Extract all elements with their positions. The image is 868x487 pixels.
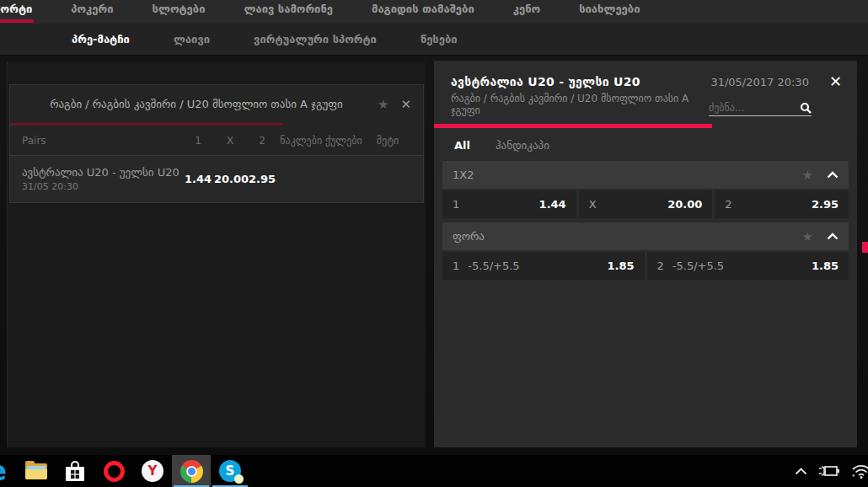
subnav-item-rules[interactable]: წესები xyxy=(421,33,458,45)
odds-x[interactable]: 20.00 xyxy=(214,173,246,185)
outcome-param: -5.5/+5.5 xyxy=(672,260,724,272)
favorite-star-icon[interactable]: ★ xyxy=(802,229,813,244)
outcome-1-handicap[interactable]: 1 -5.5/+5.5 1.85 xyxy=(442,252,645,280)
microsoft-store-icon xyxy=(65,460,85,483)
outcome-odds: 2.95 xyxy=(812,198,839,211)
column-under: ნაკლები ქულები xyxy=(278,135,364,147)
outcome-2-handicap[interactable]: 2 -5.5/+5.5 1.85 xyxy=(647,252,849,280)
hidden-icons-chevron-icon[interactable] xyxy=(795,468,807,475)
nav-item-label: სპორტი xyxy=(0,3,32,15)
skype-status-dot xyxy=(234,474,244,484)
match-panel: ავსტრალია U20 - უელსი U20 31/05/2017 20:… xyxy=(434,61,857,447)
subnav-item-label: ვირტუალური სპორტი xyxy=(254,33,377,45)
column-pairs: Pairs xyxy=(22,135,182,147)
nav-item-poker[interactable]: პოკერი xyxy=(71,2,113,24)
odds-1[interactable]: 1.44 xyxy=(182,173,214,185)
taskbar-microsoft-store-icon[interactable] xyxy=(56,455,94,487)
outcome-odds: 1.85 xyxy=(812,260,839,272)
market-search xyxy=(709,102,812,116)
nav-item-keno[interactable]: კენო xyxy=(513,2,540,24)
match-datetime: 31/05/2017 20:30 xyxy=(710,76,809,88)
odds-2[interactable]: 2.95 xyxy=(246,173,278,185)
taskbar-chrome-icon[interactable] xyxy=(172,455,211,487)
close-icon[interactable]: ✕ xyxy=(400,97,411,112)
nav-item-label: სიახლეები xyxy=(579,3,640,15)
top-nav: სპორტი პოკერი სლოტები ლაივ სამორინე მაგი… xyxy=(0,0,868,24)
content-area: რაგბი / რაგბის კავშირი / U20 მსოფლიო თას… xyxy=(0,56,868,455)
match-league-breadcrumb: რაგბი / რაგბის კავშირი / U20 მსოფლიო თას… xyxy=(451,93,709,116)
subnav-item-virtual-sport[interactable]: ვირტუალური სპორტი xyxy=(254,33,377,45)
match-panel-subheader: რაგბი / რაგბის კავშირი / U20 მსოფლიო თას… xyxy=(434,89,857,116)
nav-item-slots[interactable]: სლოტები xyxy=(153,2,206,24)
taskbar: e Y S xyxy=(0,455,868,487)
file-explorer-icon xyxy=(25,463,47,479)
opera-icon xyxy=(104,461,125,482)
outcome-2[interactable]: 2 2.95 xyxy=(715,190,849,218)
taskbar-edge-icon[interactable]: e xyxy=(0,455,17,487)
yandex-browser-icon: Y xyxy=(142,460,163,482)
tab-handicap[interactable]: ჰანდიკაპი xyxy=(496,139,549,152)
outcome-x[interactable]: X 20.00 xyxy=(579,190,713,218)
column-2: 2 xyxy=(246,135,278,147)
market-outcomes: 1 -5.5/+5.5 1.85 2 -5.5/+5.5 1.85 xyxy=(442,252,849,280)
taskbar-opera-icon[interactable] xyxy=(94,455,133,487)
nav-item-table-games[interactable]: მაგიდის თამაშები xyxy=(372,2,474,24)
match-title: ავსტრალია U20 - უელსი U20 xyxy=(451,75,640,88)
match-info: ავსტრალია U20 - უელსი U20 31/05 20:30 xyxy=(22,166,182,192)
market-header[interactable]: ფორა ★ xyxy=(442,222,849,250)
outcome-1[interactable]: 1 1.44 xyxy=(442,190,576,218)
taskbar-file-explorer-icon[interactable] xyxy=(17,455,56,487)
screen: სპორტი პოკერი სლოტები ლაივ სამორინე მაგი… xyxy=(0,0,868,487)
favorite-star-icon[interactable]: ★ xyxy=(802,168,813,183)
taskbar-yandex-icon[interactable]: Y xyxy=(133,455,172,487)
market-outcomes: 1 1.44 X 20.00 2 2.95 xyxy=(442,190,849,218)
market-name: ფორა xyxy=(453,230,485,243)
match-date: 31/05 20:30 xyxy=(22,181,182,192)
nav-item-live-casino[interactable]: ლაივ სამორინე xyxy=(244,2,333,24)
outcome-odds: 1.85 xyxy=(607,260,634,272)
outcome-label: X xyxy=(589,198,597,211)
league-header: რაგბი / რაგბის კავშირი / U20 მსოფლიო თას… xyxy=(10,85,423,123)
outcome-label: 2 xyxy=(657,260,664,272)
subnav-item-label: წესები xyxy=(421,33,458,45)
chevron-up-icon[interactable] xyxy=(827,171,839,179)
edge-icon: e xyxy=(0,460,7,482)
search-icon[interactable] xyxy=(800,102,812,114)
league-box: რაგბი / რაგბის კავშირი / U20 მსოფლიო თას… xyxy=(9,84,424,203)
battery-charging-icon[interactable] xyxy=(818,464,840,478)
market-1x2: 1X2 ★ 1 1.44 X 20.00 2 2.95 xyxy=(442,161,849,218)
match-teams: ავსტრალია U20 - უელსი U20 xyxy=(22,166,182,179)
nav-item-label: მაგიდის თამაშები xyxy=(372,3,474,15)
favorite-star-icon[interactable]: ★ xyxy=(378,97,388,112)
pairs-table-header: Pairs 1 X 2 ნაკლები ქულები მეტი xyxy=(10,126,423,155)
nav-item-news[interactable]: სიახლეები xyxy=(579,2,640,24)
outcome-odds: 1.44 xyxy=(539,198,566,211)
match-panel-header: ავსტრალია U20 - უელსი U20 31/05/2017 20:… xyxy=(434,61,857,89)
chrome-icon xyxy=(180,460,203,483)
subnav-item-live[interactable]: ლაივი xyxy=(174,33,210,45)
outcome-label: 1 xyxy=(453,198,459,211)
column-1: 1 xyxy=(182,135,214,147)
tab-all[interactable]: All xyxy=(454,139,470,152)
wifi-icon[interactable]: * xyxy=(851,464,868,479)
taskbar-skype-icon[interactable]: S xyxy=(211,455,249,487)
svg-text:*: * xyxy=(852,473,855,479)
screen-edge-red-marker xyxy=(862,242,868,253)
league-title: რაგბი / რაგბის კავშირი / U20 მსოფლიო თას… xyxy=(22,98,371,110)
subnav-item-label: პრე-მატჩი xyxy=(72,33,130,45)
outcome-odds: 20.00 xyxy=(667,198,702,211)
market-header[interactable]: 1X2 ★ xyxy=(442,161,849,189)
system-tray: * xyxy=(795,455,868,487)
outcome-label: 1 xyxy=(453,260,459,272)
outcome-param: -5.5/+5.5 xyxy=(468,260,519,272)
nav-item-label: კენო xyxy=(513,3,540,15)
search-input[interactable] xyxy=(709,102,800,114)
nav-item-sport[interactable]: სპორტი xyxy=(0,2,32,24)
column-over: მეტი xyxy=(364,135,411,147)
subnav-item-prematch[interactable]: პრე-მატჩი xyxy=(72,33,130,45)
nav-item-label: სლოტები xyxy=(153,3,206,15)
match-list-row[interactable]: ავსტრალია U20 - უელსი U20 31/05 20:30 1.… xyxy=(10,155,423,202)
close-icon[interactable]: ✕ xyxy=(829,74,842,89)
subnav-item-label: ლაივი xyxy=(174,33,210,45)
chevron-up-icon[interactable] xyxy=(827,233,839,240)
